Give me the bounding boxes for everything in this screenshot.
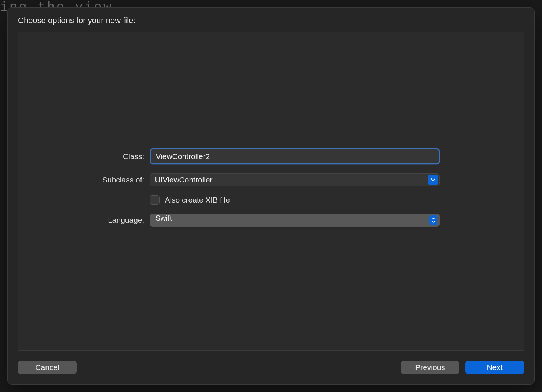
create-xib-checkbox[interactable]: [150, 195, 160, 205]
class-name-input[interactable]: [150, 148, 440, 164]
dialog-title: Choose options for your new file:: [8, 8, 534, 32]
options-panel: Class: Subclass of: Also create XIB file…: [18, 32, 524, 351]
language-select[interactable]: Swift: [150, 214, 440, 227]
subclass-combo-input[interactable]: [150, 173, 440, 186]
create-xib-label: Also create XIB file: [165, 196, 230, 204]
language-label: Language:: [102, 216, 144, 225]
dialog-button-bar: Cancel Previous Next: [8, 361, 534, 384]
subclass-dropdown-button[interactable]: [428, 175, 438, 185]
chevron-down-icon: [431, 178, 435, 181]
cancel-button[interactable]: Cancel: [18, 361, 77, 374]
subclass-label: Subclass of:: [102, 175, 144, 184]
next-button[interactable]: Next: [465, 361, 524, 374]
new-file-options-dialog: Choose options for your new file: Class:…: [7, 7, 535, 385]
class-label: Class:: [102, 152, 144, 161]
options-form: Class: Subclass of: Also create XIB file…: [102, 148, 440, 227]
previous-button[interactable]: Previous: [401, 361, 459, 374]
